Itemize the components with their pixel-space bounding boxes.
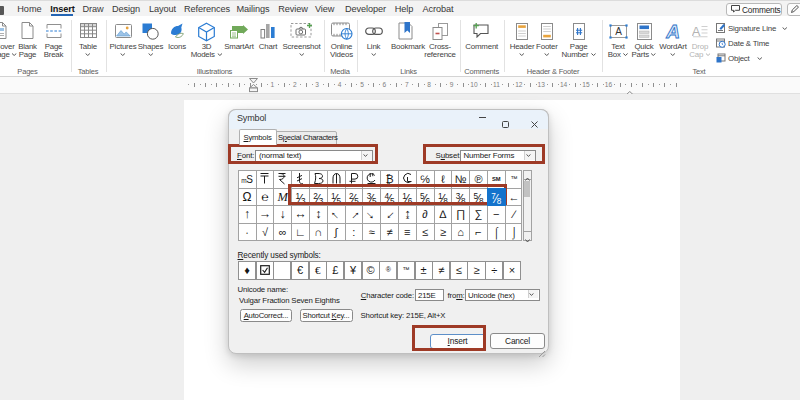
svg-text:A: A (665, 22, 680, 40)
svg-text:A: A (615, 26, 622, 37)
